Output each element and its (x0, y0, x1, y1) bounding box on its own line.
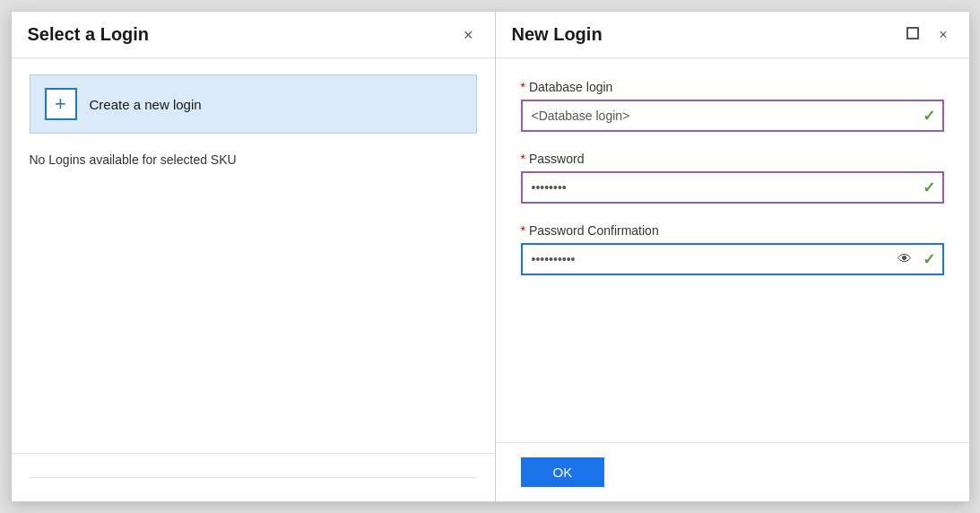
password-confirmation-input-wrapper: 👁 ✓ (521, 243, 944, 275)
left-close-button[interactable]: × (458, 25, 479, 45)
right-panel: New Login × * Database login ✓ (496, 12, 969, 501)
password-confirmation-field: * Password Confirmation 👁 ✓ (521, 223, 944, 275)
password-input-wrapper: ✓ (521, 171, 944, 204)
right-body: * Database login ✓ * Password ✓ (496, 58, 969, 442)
right-footer: OK (496, 442, 969, 501)
dialog-wrapper: Select a Login × + Create a new login No… (11, 11, 970, 502)
password-field: * Password ✓ (521, 152, 944, 204)
eye-icon[interactable]: 👁 (898, 251, 912, 267)
password-check-icon: ✓ (923, 178, 935, 197)
right-close-button[interactable]: × (933, 26, 952, 44)
database-login-input[interactable] (521, 100, 944, 132)
create-login-label: Create a new login (90, 97, 202, 112)
no-logins-text: No Logins available for selected SKU (30, 149, 237, 170)
database-login-label: * Database login (521, 80, 944, 94)
password-required-star: * (521, 152, 525, 166)
password-confirmation-label: * Password Confirmation (521, 223, 944, 238)
database-login-check-icon: ✓ (923, 107, 935, 126)
plus-icon: + (55, 94, 66, 114)
maximize-icon (906, 27, 919, 39)
database-login-label-text: Database login (529, 80, 612, 94)
password-confirmation-label-text: Password Confirmation (529, 223, 659, 238)
create-new-login-button[interactable]: + Create a new login (30, 74, 477, 134)
left-footer-divider (30, 477, 477, 478)
left-footer (12, 453, 495, 501)
database-login-input-wrapper: ✓ (521, 100, 944, 132)
maximize-button[interactable] (901, 25, 924, 44)
left-panel: Select a Login × + Create a new login No… (12, 12, 496, 501)
left-panel-title: Select a Login (28, 24, 150, 45)
password-label: * Password (521, 152, 944, 166)
password-label-text: Password (529, 152, 584, 166)
right-panel-title: New Login (512, 24, 603, 45)
password-input[interactable] (521, 171, 944, 204)
left-body: + Create a new login No Logins available… (12, 58, 495, 453)
password-confirmation-required-star: * (521, 223, 525, 238)
plus-icon-box: + (45, 88, 77, 120)
left-header: Select a Login × (12, 12, 495, 58)
database-login-required-star: * (521, 80, 525, 94)
password-confirmation-check-icon: ✓ (923, 250, 935, 269)
right-header: New Login × (496, 12, 969, 58)
right-header-actions: × (901, 25, 952, 44)
password-confirmation-input[interactable] (521, 243, 944, 275)
database-login-field: * Database login ✓ (521, 80, 944, 132)
ok-button[interactable]: OK (521, 457, 605, 487)
